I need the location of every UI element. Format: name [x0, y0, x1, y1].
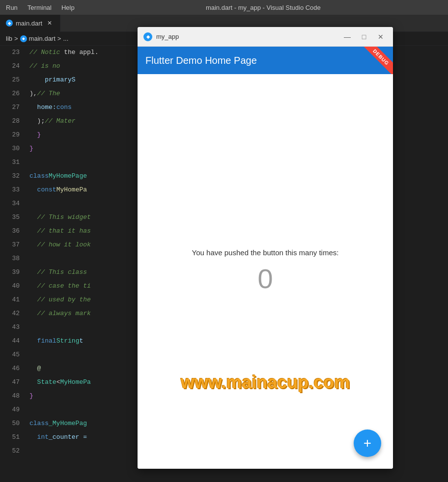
- line-24: 24: [0, 59, 20, 73]
- fab-button[interactable]: +: [354, 429, 381, 457]
- tab-label: main.dart: [16, 20, 42, 27]
- line-25: 25: [0, 73, 20, 87]
- debug-banner: DEBUG: [355, 47, 393, 74]
- counter-label: You have pushed the button this many tim…: [192, 248, 339, 257]
- flutter-titlebar: ◆ my_app — □ ✕: [138, 27, 393, 47]
- flutter-body: You have pushed the button this many tim…: [138, 74, 393, 469]
- vscode-titlebar: Run Terminal Help main.dart - my_app - V…: [0, 0, 448, 15]
- line-50: 50: [0, 417, 20, 430]
- dart-icon: ◆: [6, 20, 13, 27]
- breadcrumb-file: main.dart: [29, 35, 56, 42]
- line-23: 23: [0, 46, 20, 59]
- window-title: main.dart - my_app - Visual Studio Code: [84, 4, 442, 11]
- line-27: 27: [0, 101, 20, 114]
- line-52: 52: [0, 444, 20, 458]
- line-36: 36: [0, 224, 20, 238]
- close-button[interactable]: ✕: [374, 30, 387, 43]
- line-49: 49: [0, 403, 20, 417]
- line-32: 32: [0, 169, 20, 183]
- tab-main-dart[interactable]: ◆ main.dart ✕: [0, 15, 60, 32]
- menu-help[interactable]: Help: [61, 4, 75, 11]
- line-45: 45: [0, 348, 20, 362]
- line-34: 34: [0, 197, 20, 211]
- dart-breadcrumb-icon: ◆: [20, 35, 27, 42]
- line-30: 30: [0, 142, 20, 156]
- minimize-button[interactable]: —: [341, 30, 354, 43]
- menu-run[interactable]: Run: [6, 4, 18, 11]
- line-46: 46: [0, 362, 20, 375]
- line-51: 51: [0, 430, 20, 444]
- line-28: 28: [0, 114, 20, 128]
- maximize-button[interactable]: □: [358, 30, 370, 43]
- tab-close-button[interactable]: ✕: [45, 19, 54, 27]
- line-44: 44: [0, 334, 20, 348]
- line-35: 35: [0, 211, 20, 224]
- line-48: 48: [0, 389, 20, 403]
- line-26: 26: [0, 87, 20, 101]
- breadcrumb-sep2: >: [57, 35, 61, 42]
- line-29: 29: [0, 128, 20, 142]
- flutter-window: ◆ my_app — □ ✕ Flutter Demo Home Page DE…: [138, 27, 393, 469]
- line-43: 43: [0, 321, 20, 334]
- flutter-appbar-title: Flutter Demo Home Page: [145, 55, 257, 66]
- counter-value: 0: [257, 263, 273, 295]
- line-31: 31: [0, 156, 20, 169]
- line-42: 42: [0, 307, 20, 321]
- line-38: 38: [0, 252, 20, 266]
- line-47: 47: [0, 375, 20, 389]
- flutter-app-icon: ◆: [143, 32, 152, 41]
- breadcrumb-more: ...: [63, 35, 68, 42]
- menu-terminal[interactable]: Terminal: [28, 4, 52, 11]
- flutter-app-name: my_app: [156, 33, 337, 40]
- line-33: 33: [0, 183, 20, 197]
- flutter-appbar: Flutter Demo Home Page DEBUG: [138, 47, 393, 74]
- line-numbers: 23 24 25 26 27 28 29 30 31 32 33 34 35 3…: [0, 46, 26, 482]
- breadcrumb-lib: lib: [6, 35, 12, 42]
- line-39: 39: [0, 266, 20, 279]
- breadcrumb-sep1: >: [14, 35, 18, 42]
- line-37: 37: [0, 238, 20, 252]
- debug-label: DEBUG: [361, 47, 393, 74]
- watermark: www.mainacup.com: [181, 372, 350, 393]
- line-40: 40: [0, 279, 20, 293]
- flutter-window-controls: — □ ✕: [341, 30, 387, 43]
- line-41: 41: [0, 293, 20, 307]
